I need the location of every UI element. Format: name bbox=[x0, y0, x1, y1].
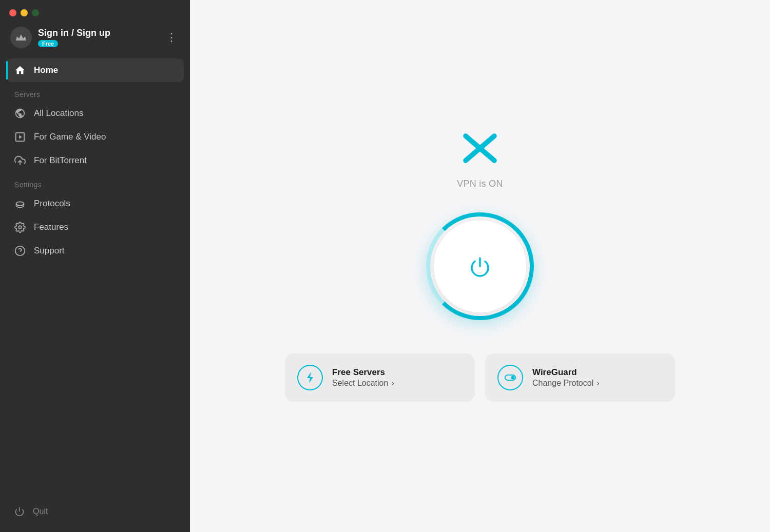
sidebar-item-features-label: Features bbox=[34, 222, 68, 232]
sidebar: Sign in / Sign up Free ⋮ Home Servers Al… bbox=[0, 0, 190, 532]
servers-section-label: Servers bbox=[0, 82, 190, 102]
wireguard-title: WireGuard bbox=[532, 367, 663, 378]
power-button-container bbox=[424, 210, 536, 323]
power-button[interactable] bbox=[434, 220, 526, 312]
servers-nav: All Locations For Game & Video For BitTo… bbox=[0, 102, 190, 172]
free-servers-text: Free Servers Select Location › bbox=[332, 367, 463, 388]
main-content: VPN is ON Free Servers Select Location bbox=[190, 0, 770, 532]
globe-icon bbox=[14, 108, 26, 119]
vpn-status: VPN is ON bbox=[457, 179, 503, 189]
power-button-icon bbox=[467, 253, 493, 280]
settings-section-label: Settings bbox=[0, 172, 190, 192]
settings-nav: Protocols Features Support bbox=[0, 192, 190, 263]
wireguard-card[interactable]: WireGuard Change Protocol › bbox=[485, 353, 675, 402]
svg-marker-1 bbox=[19, 135, 22, 139]
avatar bbox=[10, 27, 32, 48]
sidebar-item-all-locations[interactable]: All Locations bbox=[6, 102, 184, 125]
support-icon bbox=[14, 245, 26, 257]
sidebar-item-home-label: Home bbox=[34, 65, 58, 75]
play-icon bbox=[14, 131, 26, 143]
sidebar-item-bittorrent[interactable]: For BitTorrent bbox=[6, 149, 184, 172]
close-button[interactable] bbox=[9, 9, 16, 16]
home-icon bbox=[14, 65, 26, 76]
wireguard-text: WireGuard Change Protocol › bbox=[532, 367, 663, 388]
more-menu-button[interactable]: ⋮ bbox=[164, 29, 180, 46]
svg-point-14 bbox=[511, 376, 515, 380]
xvpn-logo-icon bbox=[459, 130, 500, 166]
maximize-button[interactable] bbox=[32, 9, 39, 16]
wireguard-chevron-right-icon: › bbox=[596, 379, 599, 388]
vpn-logo bbox=[459, 130, 500, 168]
sidebar-item-protocols[interactable]: Protocols bbox=[6, 192, 184, 215]
sidebar-item-protocols-label: Protocols bbox=[34, 199, 70, 209]
wireguard-subtitle: Change Protocol › bbox=[532, 379, 663, 388]
sidebar-item-all-locations-label: All Locations bbox=[34, 108, 83, 119]
sidebar-item-home[interactable]: Home bbox=[6, 58, 184, 82]
sidebar-footer: Quit bbox=[0, 496, 190, 532]
user-name: Sign in / Sign up bbox=[38, 28, 158, 38]
lightning-icon-container bbox=[297, 365, 323, 390]
power-icon bbox=[14, 506, 25, 517]
protocol-icon bbox=[504, 371, 517, 384]
free-servers-title: Free Servers bbox=[332, 367, 463, 378]
protocols-icon bbox=[14, 198, 26, 209]
svg-marker-12 bbox=[307, 372, 313, 383]
free-servers-subtitle: Select Location › bbox=[332, 379, 463, 388]
minimize-button[interactable] bbox=[21, 9, 28, 16]
sidebar-item-game-video[interactable]: For Game & Video bbox=[6, 125, 184, 149]
sidebar-item-support[interactable]: Support bbox=[6, 239, 184, 263]
free-badge: Free bbox=[38, 40, 58, 47]
sidebar-item-game-video-label: For Game & Video bbox=[34, 132, 106, 142]
nav-section: Home bbox=[0, 58, 190, 82]
bottom-cards: Free Servers Select Location › WireGuard bbox=[285, 353, 675, 402]
chevron-right-icon: › bbox=[391, 379, 394, 388]
free-servers-card[interactable]: Free Servers Select Location › bbox=[285, 353, 475, 402]
sidebar-item-support-label: Support bbox=[34, 246, 65, 256]
protocol-icon-container bbox=[497, 365, 523, 390]
sidebar-item-bittorrent-label: For BitTorrent bbox=[34, 155, 87, 166]
user-section: Sign in / Sign up Free ⋮ bbox=[0, 22, 190, 58]
sidebar-item-features[interactable]: Features bbox=[6, 215, 184, 239]
lightning-icon bbox=[303, 371, 317, 384]
svg-point-6 bbox=[18, 226, 22, 229]
crown-icon bbox=[15, 31, 27, 44]
gear-icon bbox=[14, 222, 26, 233]
active-indicator bbox=[6, 61, 8, 80]
traffic-lights bbox=[0, 0, 190, 22]
quit-button[interactable]: Quit bbox=[14, 506, 176, 517]
quit-label: Quit bbox=[33, 507, 48, 516]
upload-icon bbox=[14, 155, 26, 166]
user-info: Sign in / Sign up Free bbox=[38, 28, 158, 48]
